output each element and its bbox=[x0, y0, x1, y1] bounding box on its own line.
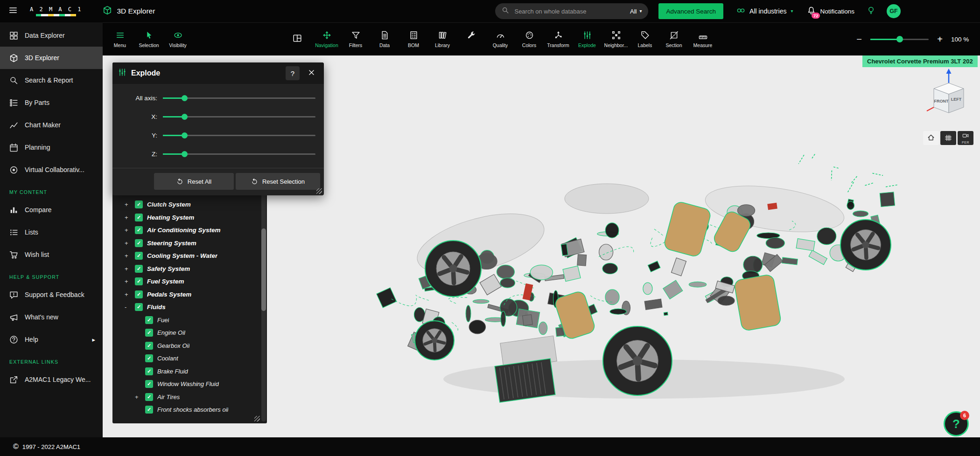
tool-tools[interactable] bbox=[457, 23, 486, 55]
tree-scrollbar-thumb[interactable] bbox=[261, 228, 266, 311]
z-slider[interactable] bbox=[163, 150, 315, 158]
user-avatar[interactable]: GF bbox=[887, 4, 901, 18]
sidebar-item-chart-maker[interactable]: Chart Maker bbox=[0, 114, 103, 136]
tree-checkbox[interactable]: ✓ bbox=[135, 226, 143, 234]
tree-item-steering-system[interactable]: +✓Steering System bbox=[112, 237, 259, 250]
tree-item-coolant[interactable]: ✓Coolant bbox=[112, 352, 259, 365]
sidebar-toggle-button[interactable] bbox=[8, 6, 18, 17]
tree-checkbox[interactable]: ✓ bbox=[135, 290, 143, 298]
tool-navigation[interactable]: Navigation bbox=[312, 23, 341, 55]
tool-transform[interactable]: Transform bbox=[544, 23, 573, 55]
zoom-in-button[interactable]: + bbox=[934, 34, 945, 45]
tree-expander[interactable]: + bbox=[135, 394, 145, 401]
tree-checkbox[interactable]: ✓ bbox=[145, 342, 153, 350]
tree-expander[interactable]: + bbox=[125, 278, 135, 285]
all-axis-slider[interactable] bbox=[163, 94, 315, 102]
zoom-slider[interactable] bbox=[870, 36, 929, 42]
tree-item-air-tires[interactable]: +✓Air Tires bbox=[112, 391, 259, 404]
search-input[interactable] bbox=[513, 7, 626, 15]
tool-selection[interactable]: Selection bbox=[134, 23, 163, 55]
zoom-slider-thumb[interactable] bbox=[896, 36, 903, 42]
sidebar-item-what-s-new[interactable]: What's new bbox=[0, 306, 103, 328]
industries-dropdown[interactable]: All industries ▾ bbox=[736, 6, 793, 16]
slider-thumb[interactable] bbox=[182, 151, 188, 157]
zoom-out-button[interactable]: − bbox=[854, 34, 865, 45]
tool-library[interactable]: Library bbox=[428, 23, 457, 55]
vehicle-label[interactable]: Chevrolet Corvette Premium 3LT 202 bbox=[862, 55, 978, 67]
tree-expander[interactable]: + bbox=[125, 252, 135, 259]
tree-item-pedals-system[interactable]: +✓Pedals System bbox=[112, 288, 259, 301]
tree-item-window-washing-fluid[interactable]: ✓Window Washing Fluid bbox=[112, 378, 259, 391]
tool-quality[interactable]: Quality bbox=[486, 23, 515, 55]
y-slider[interactable] bbox=[163, 131, 315, 139]
tool-labels[interactable]: Labels bbox=[630, 23, 659, 55]
advanced-search-button[interactable]: Advanced Search bbox=[658, 3, 723, 19]
tree-checkbox[interactable]: ✓ bbox=[145, 380, 153, 388]
slider-thumb[interactable] bbox=[182, 132, 188, 138]
tree-checkbox[interactable]: ✓ bbox=[145, 367, 153, 375]
tree-checkbox[interactable]: ✓ bbox=[145, 316, 153, 324]
search-scope-dropdown[interactable]: All ▾ bbox=[630, 8, 642, 15]
sidebar-item-planning[interactable]: Planning bbox=[0, 136, 103, 159]
tree-expander[interactable]: + bbox=[125, 214, 135, 221]
grid-toggle-button[interactable] bbox=[940, 131, 956, 145]
tool-menu[interactable]: Menu bbox=[105, 23, 134, 55]
tree-checkbox[interactable]: ✓ bbox=[145, 406, 153, 414]
tool-measure[interactable]: Measure bbox=[688, 23, 717, 55]
tree-checkbox[interactable]: ✓ bbox=[145, 393, 153, 401]
panel-layout-button[interactable] bbox=[293, 34, 302, 45]
tree-checkbox[interactable]: ✓ bbox=[135, 265, 143, 273]
tree-checkbox[interactable]: ✓ bbox=[145, 329, 153, 337]
sidebar-item-a2mac1-legacy-we[interactable]: A2MAC1 Legacy We... bbox=[0, 368, 103, 391]
slider-thumb[interactable] bbox=[182, 95, 188, 101]
tool-explode[interactable]: Explode bbox=[573, 23, 602, 55]
sidebar-item-wish-list[interactable]: Wish list bbox=[0, 243, 103, 266]
home-view-button[interactable] bbox=[923, 131, 939, 145]
tree-item-heating-system[interactable]: +✓Heating System bbox=[112, 211, 259, 224]
brand-logo[interactable]: A 2 M A C 1 bbox=[30, 6, 82, 16]
tool-bom[interactable]: BOM bbox=[399, 23, 428, 55]
reset-selection-button[interactable]: Reset Selection bbox=[236, 173, 320, 190]
sidebar-item-by-parts[interactable]: By Parts bbox=[0, 91, 103, 114]
x-slider[interactable] bbox=[163, 113, 315, 120]
sidebar-item-lists[interactable]: Lists bbox=[0, 221, 103, 243]
tree-item-fluids[interactable]: -✓Fluids bbox=[112, 301, 259, 314]
tree-expander[interactable]: + bbox=[125, 265, 135, 272]
tree-expander[interactable]: + bbox=[125, 291, 135, 298]
sidebar-item-search-report[interactable]: Search & Report bbox=[0, 69, 103, 91]
global-search[interactable]: All ▾ bbox=[495, 3, 648, 19]
tool-visibility[interactable]: Visibility bbox=[163, 23, 192, 55]
sidebar-item-help[interactable]: Help▸ bbox=[0, 328, 103, 351]
tree-checkbox[interactable]: ✓ bbox=[135, 214, 143, 221]
explode-help-button[interactable]: ? bbox=[286, 66, 300, 80]
tree-checkbox[interactable]: ✓ bbox=[135, 239, 143, 247]
tree-checkbox[interactable]: ✓ bbox=[135, 303, 143, 311]
tree-resize-handle[interactable] bbox=[254, 416, 260, 421]
sidebar-item-compare[interactable]: Compare bbox=[0, 199, 103, 221]
tree-item-fuel-system[interactable]: +✓Fuel System bbox=[112, 275, 259, 288]
sidebar-item-data-explorer[interactable]: Data Explorer bbox=[0, 24, 103, 47]
tree-item-gearbox-oil[interactable]: ✓Gearbox Oil bbox=[112, 339, 259, 352]
tree-item-air-conditioning-system[interactable]: +✓Air Conditioning System bbox=[112, 224, 259, 237]
tree-expander[interactable]: - bbox=[125, 304, 135, 311]
assistant-button[interactable] bbox=[867, 6, 875, 17]
tree-checkbox[interactable]: ✓ bbox=[145, 354, 153, 362]
tree-item-safety-system[interactable]: +✓Safety System bbox=[112, 263, 259, 276]
tree-expander[interactable]: + bbox=[125, 227, 135, 234]
tool-section[interactable]: Section bbox=[659, 23, 688, 55]
tool-data[interactable]: Data bbox=[370, 23, 399, 55]
tree-expander[interactable]: + bbox=[125, 201, 135, 208]
reset-all-button[interactable]: Reset All bbox=[154, 173, 234, 190]
tool-filters[interactable]: Filters bbox=[341, 23, 370, 55]
tree-checkbox[interactable]: ✓ bbox=[135, 277, 143, 285]
sidebar-item-3d-explorer[interactable]: 3D Explorer bbox=[0, 47, 103, 69]
tree-item-engine-oil[interactable]: ✓Engine Oil bbox=[112, 326, 259, 339]
notifications-button[interactable]: 72 Notifications bbox=[807, 6, 854, 16]
tree-item-cooling-system-water[interactable]: +✓Cooling System - Water bbox=[112, 249, 259, 263]
tree-item-brake-fluid[interactable]: ✓Brake Fluid bbox=[112, 365, 259, 378]
explode-panel-header[interactable]: Explode ? bbox=[112, 62, 324, 84]
sidebar-item-virtual-collaborativ[interactable]: Virtual Collaborativ... bbox=[0, 159, 103, 181]
3d-viewport[interactable]: Chevrolet Corvette Premium 3LT 202 FRONT… bbox=[103, 55, 980, 437]
tree-checkbox[interactable]: ✓ bbox=[135, 252, 143, 260]
explode-resize-handle[interactable] bbox=[316, 188, 322, 194]
